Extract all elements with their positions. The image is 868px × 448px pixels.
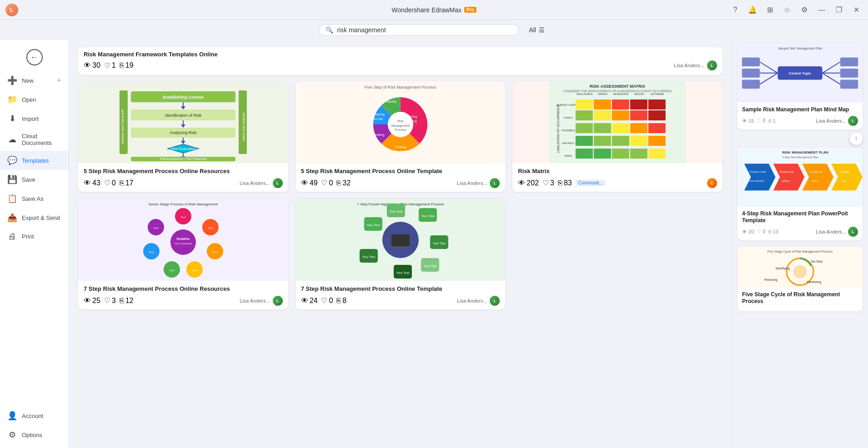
svg-rect-121 <box>742 69 760 78</box>
svg-text:Your Text: Your Text <box>421 214 434 218</box>
sidebar-item-templates[interactable]: 💬 Templates <box>0 151 69 170</box>
right-card-2-author-group: Lisa Anders... L <box>816 227 858 237</box>
right-card-2[interactable]: RISK MANAGEMENT PLAN 4-Step Risk Managem… <box>738 148 863 240</box>
sidebar-item-import[interactable]: ⬇ Import <box>0 109 69 128</box>
svg-rect-57 <box>594 110 611 120</box>
svg-text:Five Stage Cycle of Risk Manag: Five Stage Cycle of Risk Management Proc… <box>768 249 833 253</box>
svg-text:Establishing Context: Establishing Context <box>163 95 204 100</box>
apps-icon[interactable]: ⊞ <box>763 4 776 16</box>
card-5-author: Lisa Anders... <box>457 298 487 304</box>
card-2-thumb: Five Step of Risk Management Process Mon… <box>296 81 506 163</box>
sidebar-item-new[interactable]: ➕ New + <box>0 71 69 90</box>
sidebar-item-save[interactable]: 💾 Save <box>0 170 69 189</box>
card-3-thumb: RISK ASSESSMENT MATRIX CONSIDER THE SERI… <box>512 81 722 163</box>
search-toolbar: 🔍 All ☰ <box>0 20 868 40</box>
svg-rect-123 <box>742 80 760 89</box>
sidebar-item-saveas[interactable]: 📋 Save As <box>0 189 69 208</box>
bookmark-icon[interactable]: ☆ <box>781 4 793 16</box>
card-3-stats: 👁 202 ♡ 3 ⎘ 83 Communit... <box>518 179 605 187</box>
card-1-author: Lisa Anders... <box>240 180 270 186</box>
svg-rect-125 <box>840 58 858 67</box>
svg-rect-74 <box>630 149 647 159</box>
card-1-copies: ⎘ 17 <box>120 179 134 187</box>
svg-point-148 <box>793 265 807 278</box>
sidebar-item-options[interactable]: ⚙ Options <box>0 425 69 444</box>
svg-text:the Risk: the Risk <box>811 260 823 263</box>
scroll-top-button[interactable]: ↑ <box>850 132 863 145</box>
close-button[interactable]: ✕ <box>850 4 863 16</box>
partial-top-views-count: 30 <box>92 61 100 70</box>
card-1-meta-row: 👁 43 ♡ 0 ⎘ 17 <box>84 178 283 188</box>
svg-rect-56 <box>576 110 593 120</box>
partial-top-meta: 👁 30 ♡ 1 ⎘ 19 Lisa Anders... L <box>84 60 717 70</box>
svg-text:into internal...: into internal... <box>750 179 766 182</box>
svg-text:CONSIDER THE SERIOUSNESS OF A : CONSIDER THE SERIOUSNESS OF A HAZARDOUS … <box>563 90 672 93</box>
card-4-title: 7 Step Risk Management Process Online Re… <box>84 285 283 293</box>
sidebar-item-export[interactable]: 📤 Export & Send <box>0 208 69 227</box>
card-1[interactable]: Serialize and Check with Serialize and r… <box>78 81 288 192</box>
card-4-thumb: Seven Stage Process of Risk Management H… <box>78 199 288 281</box>
card-5-views: 👁 24 <box>301 297 318 305</box>
card-3-likes: ♡ 3 <box>542 179 554 187</box>
svg-text:Text: Text <box>212 251 217 254</box>
export-label: Export & Send <box>22 214 61 221</box>
back-button[interactable]: ← <box>0 44 69 71</box>
card-5-info: 7 Step Risk Management Process Online Te… <box>296 281 506 309</box>
minimize-button[interactable]: — <box>815 4 828 16</box>
card-3[interactable]: RISK ASSESSMENT MATRIX CONSIDER THE SERI… <box>512 81 722 192</box>
sidebar-item-cloud[interactable]: ☁ Cloud Documents <box>0 128 69 151</box>
card-2[interactable]: Five Step of Risk Management Process Mon… <box>296 81 506 192</box>
right-card-1[interactable]: Sample Test: Management Plan Central Top… <box>738 44 863 129</box>
heart-icon: ♡ <box>104 61 110 70</box>
bell-icon[interactable]: 🔔 <box>746 4 759 16</box>
card-1-title: 5 Step Risk Management Process Online Re… <box>84 168 283 175</box>
help-icon[interactable]: ? <box>729 4 742 16</box>
card-4[interactable]: Seven Stage Process of Risk Management H… <box>78 199 288 309</box>
settings-icon[interactable]: ⚙ <box>798 4 811 16</box>
right-panel: Sample Test: Management Plan Central Top… <box>732 40 868 448</box>
card-4-info: 7 Step Risk Management Process Online Re… <box>78 281 288 309</box>
card-5-author-group: Lisa Anders... L <box>457 296 500 306</box>
card-4-meta-row: 👁 25 ♡ 3 ⎘ 12 Lisa Anders... L <box>84 296 283 306</box>
svg-text:Your Text: Your Text <box>423 264 437 268</box>
card-4-likes: ♡ 3 <box>104 296 116 305</box>
right-card-2-thumb: RISK MANAGEMENT PLAN 4-Step Risk Managem… <box>738 148 863 207</box>
card-1-likes: ♡ 0 <box>104 179 116 187</box>
right-card-1-copies: ⎘ 1 <box>768 118 776 124</box>
filter-button[interactable]: All ☰ <box>524 25 549 35</box>
sidebar-item-print[interactable]: 🖨 Print <box>0 227 69 246</box>
card-5[interactable]: 7 Step Puzzle Highlighting Risk Manageme… <box>296 199 506 309</box>
svg-rect-73 <box>612 149 629 159</box>
card-5-copies: ⎘ 8 <box>336 297 346 305</box>
account-label: Account <box>22 413 61 419</box>
sidebar-item-account[interactable]: 👤 Account <box>0 406 69 425</box>
partial-top-copies-count: 19 <box>125 61 134 70</box>
search-input[interactable] <box>337 26 512 34</box>
filter-chevron-icon: ☰ <box>539 26 545 34</box>
svg-text:Seven Stage Process of Risk Ma: Seven Stage Process of Risk Management <box>149 202 218 206</box>
card-2-title: 5 Step Risk Management Process Online Te… <box>301 168 500 175</box>
right-card-2-avatar: L <box>848 227 858 237</box>
scroll-indicator-row: ↑ <box>738 132 863 145</box>
card-5-avatar: L <box>490 296 500 306</box>
copy-icon: ⎘ <box>120 179 124 187</box>
svg-text:NEGLIGIBLE: NEGLIGIBLE <box>577 93 593 95</box>
back-icon: ← <box>26 49 43 65</box>
svg-text:Your Text: Your Text <box>366 224 380 227</box>
sidebar-item-open[interactable]: 📁 Open <box>0 90 69 109</box>
right-card-3[interactable]: Five Stage Cycle of Risk Management Proc… <box>738 247 863 311</box>
svg-text:Risk Evaluation: Risk Evaluation <box>171 147 196 151</box>
pro-badge: Pro <box>464 7 477 13</box>
cloud-icon: ☁ <box>7 134 17 144</box>
partial-top-title: Risk Management Framework Templates Onli… <box>84 51 717 58</box>
partial-top-card[interactable]: Risk Management Framework Templates Onli… <box>78 47 722 75</box>
svg-text:Management: Management <box>391 124 410 128</box>
svg-rect-68 <box>612 136 629 146</box>
card-3-copies: ⎘ 83 <box>558 179 572 187</box>
card-2-author: Lisa Anders... <box>457 180 487 186</box>
card-4-author-group: Lisa Anders... L <box>240 296 283 306</box>
avatar[interactable]: L <box>5 4 18 16</box>
svg-rect-61 <box>576 123 593 133</box>
maximize-button[interactable]: ❐ <box>833 4 845 16</box>
new-icon: ➕ <box>7 75 17 85</box>
